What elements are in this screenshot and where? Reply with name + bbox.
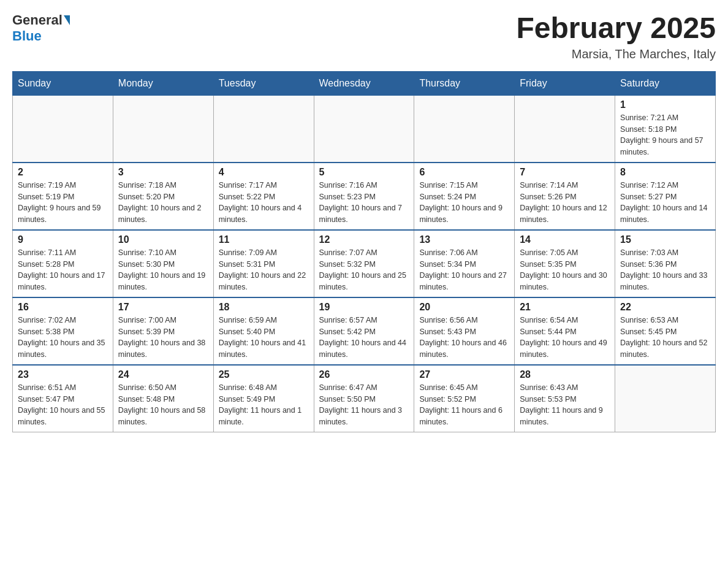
day-header-tuesday: Tuesday	[213, 71, 314, 95]
calendar-cell: 11Sunrise: 7:09 AMSunset: 5:31 PMDayligh…	[213, 230, 314, 297]
day-info: Sunrise: 6:56 AMSunset: 5:43 PMDaylight:…	[419, 315, 509, 361]
day-number: 13	[419, 234, 509, 245]
day-info: Sunrise: 7:06 AMSunset: 5:34 PMDaylight:…	[419, 247, 509, 293]
calendar-cell: 4Sunrise: 7:17 AMSunset: 5:22 PMDaylight…	[213, 163, 314, 230]
day-number: 2	[18, 167, 108, 178]
calendar-cell	[314, 95, 414, 163]
page-header: General Blue February 2025 Marsia, The M…	[12, 12, 716, 61]
day-number: 10	[118, 234, 208, 245]
calendar-cell: 26Sunrise: 6:47 AMSunset: 5:50 PMDayligh…	[314, 365, 414, 432]
day-number: 12	[319, 234, 409, 245]
day-info: Sunrise: 6:48 AMSunset: 5:49 PMDaylight:…	[219, 382, 309, 428]
day-info: Sunrise: 7:17 AMSunset: 5:22 PMDaylight:…	[219, 180, 309, 226]
day-info: Sunrise: 6:50 AMSunset: 5:48 PMDaylight:…	[118, 382, 208, 428]
calendar-cell: 10Sunrise: 7:10 AMSunset: 5:30 PMDayligh…	[113, 230, 213, 297]
day-number: 20	[419, 302, 509, 313]
calendar-cell: 9Sunrise: 7:11 AMSunset: 5:28 PMDaylight…	[13, 230, 113, 297]
calendar-cell: 15Sunrise: 7:03 AMSunset: 5:36 PMDayligh…	[615, 230, 716, 297]
day-info: Sunrise: 6:45 AMSunset: 5:52 PMDaylight:…	[419, 382, 509, 428]
calendar-cell	[414, 95, 515, 163]
day-number: 6	[419, 167, 509, 178]
calendar-week-row: 23Sunrise: 6:51 AMSunset: 5:47 PMDayligh…	[13, 365, 716, 432]
calendar-cell: 5Sunrise: 7:16 AMSunset: 5:23 PMDaylight…	[314, 163, 414, 230]
calendar-header: SundayMondayTuesdayWednesdayThursdayFrid…	[13, 71, 716, 95]
day-number: 27	[419, 369, 509, 380]
day-info: Sunrise: 7:19 AMSunset: 5:19 PMDaylight:…	[18, 180, 108, 226]
calendar-cell: 22Sunrise: 6:53 AMSunset: 5:45 PMDayligh…	[615, 297, 716, 365]
calendar-cell: 1Sunrise: 7:21 AMSunset: 5:18 PMDaylight…	[615, 95, 716, 163]
location-subtitle: Marsia, The Marches, Italy	[516, 47, 716, 61]
calendar-cell: 8Sunrise: 7:12 AMSunset: 5:27 PMDaylight…	[615, 163, 716, 230]
day-info: Sunrise: 7:03 AMSunset: 5:36 PMDaylight:…	[620, 247, 710, 293]
calendar-table: SundayMondayTuesdayWednesdayThursdayFrid…	[12, 71, 716, 432]
calendar-cell	[515, 95, 615, 163]
day-header-saturday: Saturday	[615, 71, 716, 95]
calendar-cell: 20Sunrise: 6:56 AMSunset: 5:43 PMDayligh…	[414, 297, 515, 365]
day-number: 28	[520, 369, 610, 380]
day-number: 4	[219, 167, 309, 178]
day-info: Sunrise: 7:02 AMSunset: 5:38 PMDaylight:…	[18, 315, 108, 361]
day-number: 24	[118, 369, 208, 380]
title-block: February 2025 Marsia, The Marches, Italy	[516, 12, 716, 61]
day-header-monday: Monday	[113, 71, 213, 95]
calendar-cell	[113, 95, 213, 163]
calendar-cell: 28Sunrise: 6:43 AMSunset: 5:53 PMDayligh…	[515, 365, 615, 432]
calendar-cell	[213, 95, 314, 163]
day-info: Sunrise: 7:15 AMSunset: 5:24 PMDaylight:…	[419, 180, 509, 226]
calendar-cell: 21Sunrise: 6:54 AMSunset: 5:44 PMDayligh…	[515, 297, 615, 365]
calendar-cell: 3Sunrise: 7:18 AMSunset: 5:20 PMDaylight…	[113, 163, 213, 230]
day-number: 22	[620, 302, 710, 313]
day-info: Sunrise: 7:09 AMSunset: 5:31 PMDaylight:…	[219, 247, 309, 293]
calendar-cell: 19Sunrise: 6:57 AMSunset: 5:42 PMDayligh…	[314, 297, 414, 365]
day-info: Sunrise: 7:05 AMSunset: 5:35 PMDaylight:…	[520, 247, 610, 293]
day-number: 16	[18, 302, 108, 313]
calendar-cell	[13, 95, 113, 163]
calendar-cell	[615, 365, 716, 432]
day-info: Sunrise: 6:54 AMSunset: 5:44 PMDaylight:…	[520, 315, 610, 361]
day-info: Sunrise: 7:16 AMSunset: 5:23 PMDaylight:…	[319, 180, 409, 226]
calendar-cell: 7Sunrise: 7:14 AMSunset: 5:26 PMDaylight…	[515, 163, 615, 230]
calendar-body: 1Sunrise: 7:21 AMSunset: 5:18 PMDaylight…	[13, 95, 716, 432]
day-info: Sunrise: 6:59 AMSunset: 5:40 PMDaylight:…	[219, 315, 309, 361]
logo-arrow-icon	[64, 15, 70, 25]
day-number: 26	[319, 369, 409, 380]
day-number: 7	[520, 167, 610, 178]
day-header-wednesday: Wednesday	[314, 71, 414, 95]
day-header-sunday: Sunday	[13, 71, 113, 95]
day-number: 8	[620, 167, 710, 178]
day-info: Sunrise: 7:11 AMSunset: 5:28 PMDaylight:…	[18, 247, 108, 293]
calendar-cell: 18Sunrise: 6:59 AMSunset: 5:40 PMDayligh…	[213, 297, 314, 365]
day-number: 5	[319, 167, 409, 178]
day-info: Sunrise: 7:10 AMSunset: 5:30 PMDaylight:…	[118, 247, 208, 293]
day-info: Sunrise: 7:12 AMSunset: 5:27 PMDaylight:…	[620, 180, 710, 226]
calendar-cell: 6Sunrise: 7:15 AMSunset: 5:24 PMDaylight…	[414, 163, 515, 230]
calendar-cell: 2Sunrise: 7:19 AMSunset: 5:19 PMDaylight…	[13, 163, 113, 230]
calendar-week-row: 16Sunrise: 7:02 AMSunset: 5:38 PMDayligh…	[13, 297, 716, 365]
day-header-friday: Friday	[515, 71, 615, 95]
calendar-cell: 16Sunrise: 7:02 AMSunset: 5:38 PMDayligh…	[13, 297, 113, 365]
calendar-week-row: 2Sunrise: 7:19 AMSunset: 5:19 PMDaylight…	[13, 163, 716, 230]
logo-general-text: General	[12, 12, 63, 28]
day-info: Sunrise: 7:00 AMSunset: 5:39 PMDaylight:…	[118, 315, 208, 361]
day-number: 11	[219, 234, 309, 245]
day-number: 14	[520, 234, 610, 245]
calendar-cell: 17Sunrise: 7:00 AMSunset: 5:39 PMDayligh…	[113, 297, 213, 365]
day-info: Sunrise: 6:53 AMSunset: 5:45 PMDaylight:…	[620, 315, 710, 361]
calendar-cell: 24Sunrise: 6:50 AMSunset: 5:48 PMDayligh…	[113, 365, 213, 432]
day-header-thursday: Thursday	[414, 71, 515, 95]
day-info: Sunrise: 6:51 AMSunset: 5:47 PMDaylight:…	[18, 382, 108, 428]
month-year-title: February 2025	[516, 12, 716, 45]
day-number: 3	[118, 167, 208, 178]
day-number: 18	[219, 302, 309, 313]
day-number: 23	[18, 369, 108, 380]
calendar-week-row: 9Sunrise: 7:11 AMSunset: 5:28 PMDaylight…	[13, 230, 716, 297]
day-info: Sunrise: 6:43 AMSunset: 5:53 PMDaylight:…	[520, 382, 610, 428]
logo-blue-text: Blue	[12, 28, 42, 44]
day-number: 17	[118, 302, 208, 313]
day-info: Sunrise: 6:47 AMSunset: 5:50 PMDaylight:…	[319, 382, 409, 428]
calendar-cell: 12Sunrise: 7:07 AMSunset: 5:32 PMDayligh…	[314, 230, 414, 297]
calendar-cell: 13Sunrise: 7:06 AMSunset: 5:34 PMDayligh…	[414, 230, 515, 297]
day-number: 25	[219, 369, 309, 380]
day-info: Sunrise: 7:07 AMSunset: 5:32 PMDaylight:…	[319, 247, 409, 293]
calendar-cell: 27Sunrise: 6:45 AMSunset: 5:52 PMDayligh…	[414, 365, 515, 432]
